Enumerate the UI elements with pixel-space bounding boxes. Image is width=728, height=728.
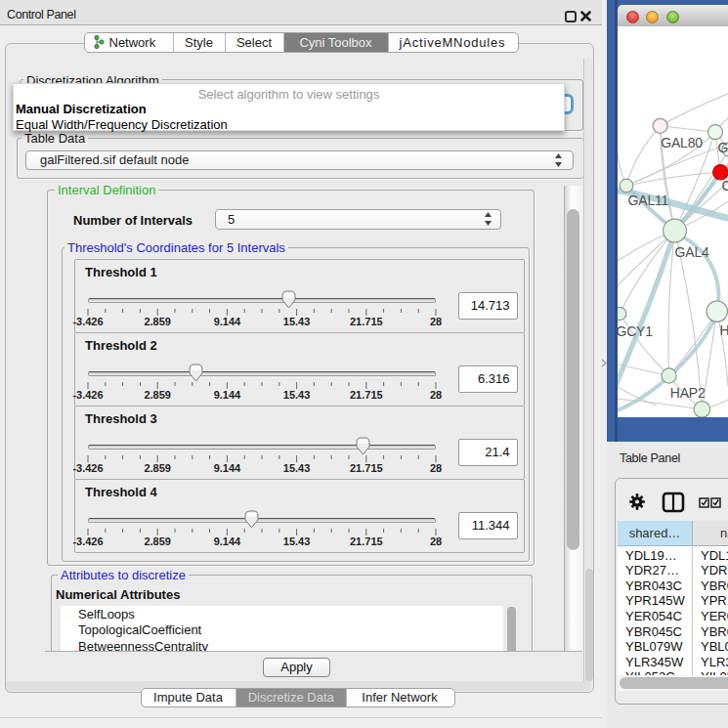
svg-text:C: C — [721, 178, 728, 193]
svg-text:HAP2: HAP2 — [670, 385, 706, 401]
svg-text:G.: G. — [718, 140, 728, 155]
svg-text:GCY1: GCY1 — [618, 323, 653, 339]
svg-text:H: H — [719, 322, 728, 338]
svg-text:GAL11: GAL11 — [628, 193, 669, 208]
svg-text:GAL80: GAL80 — [661, 135, 703, 150]
svg-text:GAL4: GAL4 — [675, 244, 709, 260]
